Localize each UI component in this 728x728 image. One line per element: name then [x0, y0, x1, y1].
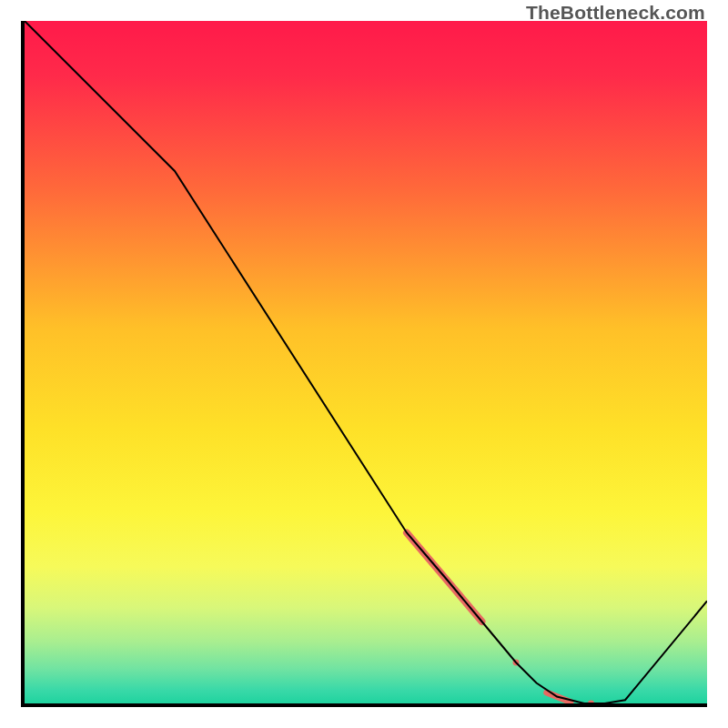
- gradient-background: [25, 21, 707, 703]
- plot-area: [21, 21, 707, 707]
- svg-rect-0: [25, 21, 707, 703]
- chart-container: TheBottleneck.com: [0, 0, 728, 728]
